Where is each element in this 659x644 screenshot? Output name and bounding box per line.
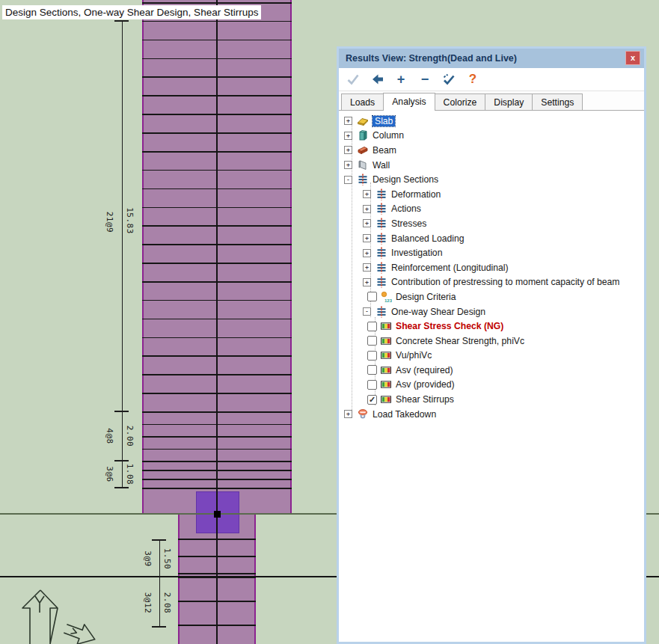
colorize-scale-icon [380, 349, 392, 361]
tree-item-label[interactable]: Balanced Loading [391, 233, 465, 244]
tree-item-label[interactable]: Deformation [391, 189, 441, 200]
tree-item-asv-required[interactable]: Asv (required) [339, 363, 644, 378]
tree-item-label[interactable]: Design Sections [373, 174, 438, 185]
expander-icon[interactable]: + [363, 205, 371, 213]
dimension-label: 1.50 [162, 548, 172, 570]
tab-loads[interactable]: Loads [341, 93, 384, 110]
tree-item-asv-provided[interactable]: Asv (provided) [339, 378, 644, 393]
dimension-tick [152, 539, 166, 540]
add-icon[interactable]: + [394, 73, 408, 86]
expander-icon[interactable]: + [363, 278, 371, 286]
tree-item-label[interactable]: Design Criteria [396, 292, 456, 302]
tree-item-label[interactable]: Vu/phiVc [396, 350, 432, 361]
tree-item-design-criteria[interactable]: Design Criteria [339, 289, 644, 304]
expander-icon[interactable]: + [363, 219, 371, 227]
dimension-label: 15.83 [125, 207, 135, 234]
checkbox[interactable] [367, 380, 377, 390]
expander-icon[interactable]: + [344, 117, 352, 125]
design-section-icon [376, 276, 387, 288]
tree-item-label[interactable]: Column [373, 130, 404, 141]
tree-item-column[interactable]: + Column [339, 129, 644, 144]
expander-icon[interactable]: + [363, 249, 371, 257]
tree-item-label[interactable]: Asv (required) [396, 365, 453, 375]
expander-icon[interactable]: + [363, 263, 371, 272]
dimension-label: 21@9 [105, 212, 114, 233]
results-view-dialog: Results View: Strength(Dead and Live) x … [337, 46, 646, 644]
dimension-label: 3@12 [143, 592, 153, 614]
expander-icon[interactable]: + [363, 190, 371, 198]
apply-check-icon[interactable] [346, 73, 360, 86]
tree-item-label[interactable]: One-way Shear Design [391, 307, 485, 317]
tree-item-wall[interactable]: + Wall [339, 158, 644, 173]
tree-item-label[interactable]: Shear Stirrups [396, 394, 454, 405]
tree-item-stresses[interactable]: + Stresses [339, 216, 644, 231]
tree-item-slab[interactable]: + Slab [339, 114, 644, 129]
tab-colorize[interactable]: Colorize [435, 93, 486, 110]
tab-display[interactable]: Display [485, 93, 533, 110]
tree-item-shear-stress-check[interactable]: Shear Stress Check (NG) [339, 319, 644, 334]
tree-item-label[interactable]: Reinforcement (Longitudinal) [391, 263, 509, 273]
tree-item-vu-phivc[interactable]: Vu/phiVc [339, 349, 644, 364]
tree-item-contribution-prestressing[interactable]: + Contribution of prestressing to moment… [339, 275, 644, 290]
dimension-label: 1.08 [125, 464, 135, 485]
remove-icon[interactable]: − [418, 73, 432, 86]
wall-icon [357, 159, 369, 171]
tab-settings[interactable]: Settings [532, 93, 583, 110]
tree-item-label[interactable]: Shear Stress Check (NG) [396, 321, 503, 331]
dimension-tick [114, 460, 129, 461]
checkbox-checked[interactable]: ✓ [367, 395, 377, 405]
tree-item-concrete-shear-strength[interactable]: Concrete Shear Strength, phiVc [339, 334, 644, 349]
load-takedown-icon [357, 408, 369, 420]
tree-item-deformation[interactable]: + Deformation [339, 187, 644, 202]
back-arrow-icon[interactable] [370, 73, 384, 86]
expander-icon[interactable]: - [363, 307, 371, 316]
tree-item-shear-stirrups[interactable]: ✓ Shear Stirrups [339, 392, 644, 407]
expander-icon[interactable]: + [344, 146, 352, 154]
tree-item-load-takedown[interactable]: + Load Takedown [339, 407, 644, 422]
expander-icon[interactable]: + [344, 132, 352, 140]
design-section-icon [376, 306, 387, 318]
tree-item-label[interactable]: Asv (provided) [396, 379, 455, 390]
tree-item-actions[interactable]: + Actions [339, 202, 644, 217]
tree-item-one-way-shear-design[interactable]: - One-way Shear Design [339, 304, 644, 319]
tree-item-label[interactable]: Concrete Shear Strength, phiVc [396, 336, 524, 346]
help-icon[interactable]: ? [466, 73, 479, 86]
tree-item-reinforcement[interactable]: + Reinforcement (Longitudinal) [339, 260, 644, 275]
dimension-label: 4@8 [105, 428, 114, 444]
checkbox[interactable] [367, 351, 377, 361]
colorize-scale-icon [380, 364, 392, 376]
check-all-icon[interactable] [442, 73, 456, 86]
tree-item-label[interactable]: Beam [373, 145, 396, 156]
tree-item-label[interactable]: Load Takedown [373, 409, 436, 420]
expander-icon[interactable]: + [344, 161, 352, 169]
dialog-titlebar[interactable]: Results View: Strength(Dead and Live) x [339, 49, 644, 68]
expander-icon[interactable]: + [363, 234, 371, 242]
tree-item-balanced-loading[interactable]: + Balanced Loading [339, 231, 644, 246]
colorize-scale-icon [380, 393, 392, 405]
tab-analysis[interactable]: Analysis [383, 93, 435, 111]
checkbox[interactable] [367, 336, 377, 346]
tree-item-label[interactable]: Actions [391, 203, 421, 214]
checkbox[interactable] [367, 322, 377, 331]
tree-item-label[interactable]: Contribution of prestressing to moment c… [391, 277, 620, 287]
tree-item-label[interactable]: Stresses [391, 218, 426, 229]
tree-item-label[interactable]: Investigation [391, 248, 442, 258]
application-canvas: 21@9 15.83 4@8 2.00 3@6 1.08 3@9 1.50 3@… [0, 0, 659, 644]
expander-icon[interactable]: - [344, 176, 352, 184]
expander-icon[interactable]: + [344, 410, 352, 418]
dimension-tick [114, 411, 129, 411]
design-criteria-icon [380, 291, 392, 303]
tree-item-investigation[interactable]: + Investigation [339, 245, 644, 260]
checkbox[interactable] [367, 365, 377, 375]
tree-item-label[interactable]: Wall [373, 160, 390, 171]
tree-item-beam[interactable]: + Beam [339, 143, 644, 158]
axes-arrow-icon [7, 582, 108, 644]
tree-item-design-sections[interactable]: - Design Sections [339, 172, 644, 187]
tree-item-label[interactable]: Slab [373, 116, 395, 126]
close-button[interactable]: x [625, 51, 640, 65]
dimension-tick [152, 626, 166, 627]
design-section-icon [357, 174, 369, 185]
dimension-label: 2.08 [162, 592, 172, 614]
checkbox[interactable] [367, 292, 377, 301]
beam-icon [357, 144, 369, 156]
